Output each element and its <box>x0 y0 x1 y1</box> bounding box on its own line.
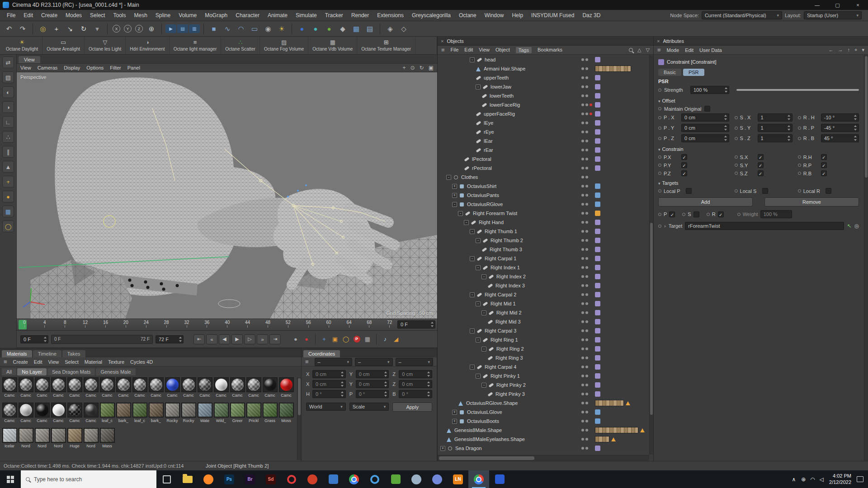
tree-row[interactable]: rEye <box>438 127 649 136</box>
network-icon[interactable]: ⊕ <box>801 476 806 483</box>
material-item[interactable]: Camc <box>66 377 83 403</box>
texture-thumbnails[interactable] <box>595 427 638 433</box>
material-item[interactable]: Camc <box>278 377 294 403</box>
menu-item[interactable]: Character <box>231 11 264 20</box>
material-item[interactable]: Camc <box>115 377 132 403</box>
tag-icon[interactable] <box>595 301 600 306</box>
expander-icon[interactable]: - <box>470 256 475 261</box>
expander-icon[interactable]: + <box>452 193 457 198</box>
material-item[interactable]: leaf_c <box>99 403 115 428</box>
tree-row[interactable]: OctaviusRGlove.Shape <box>438 399 649 408</box>
objects-hscrollbar[interactable] <box>438 455 649 461</box>
tree-row[interactable]: Right Index 3 <box>438 281 649 290</box>
texture-thumbnails[interactable] <box>595 400 624 406</box>
expander-icon[interactable]: - <box>470 365 475 370</box>
menu-item[interactable]: Daz 3D <box>578 11 604 20</box>
tag-icon[interactable] <box>595 183 600 189</box>
offset-section-header[interactable]: ▾Offset <box>658 98 859 103</box>
menu-item[interactable]: Tracker <box>321 11 347 20</box>
expander-icon[interactable]: - <box>464 220 469 225</box>
visibility-dots[interactable] <box>581 329 593 332</box>
size-field[interactable]: 0 cm <box>312 380 346 388</box>
local-checkbox[interactable] <box>826 188 831 194</box>
layout-select[interactable]: Startup (User)▾ <box>804 11 862 19</box>
menu-item[interactable]: File <box>3 11 19 20</box>
play-button[interactable]: ▶ <box>231 334 243 344</box>
objects-menu-item[interactable]: View <box>479 47 490 53</box>
tag-icon[interactable] <box>595 229 600 234</box>
material-item[interactable]: Nord <box>18 428 34 453</box>
tag-icon[interactable] <box>595 147 600 153</box>
materials-menu-item[interactable]: View <box>48 359 59 365</box>
objects-close-icon[interactable]: × <box>441 38 443 44</box>
material-item[interactable]: Camc <box>1 377 18 403</box>
visibility-dots[interactable] <box>581 140 593 142</box>
menu-item[interactable]: Greyscalegorilla <box>408 11 455 20</box>
axis-mode-icon[interactable]: + <box>2 176 14 188</box>
render-picture-viewer-icon[interactable]: ▤ <box>177 24 188 33</box>
record-button[interactable]: ● <box>291 334 301 344</box>
tree-row[interactable]: - Right Ring 1 <box>438 335 649 344</box>
expander-icon[interactable]: - <box>470 292 475 297</box>
visibility-dots[interactable] <box>581 311 593 314</box>
expander-icon[interactable]: - <box>470 229 475 234</box>
material-item[interactable]: Camc <box>229 377 245 403</box>
local-checkbox[interactable] <box>762 188 768 194</box>
constrain-checkbox[interactable] <box>681 154 687 160</box>
grid-snap-icon[interactable]: ▦ <box>350 23 363 35</box>
menu-item[interactable]: Spline <box>151 11 175 20</box>
coordinates-tab[interactable]: Coordinates <box>303 350 340 357</box>
current-frame-field[interactable]: 0 F <box>397 320 435 328</box>
more-icon[interactable]: ▾ <box>862 47 864 53</box>
menu-item[interactable]: Window <box>481 11 508 20</box>
green-app-button[interactable] <box>385 470 406 488</box>
visibility-dots[interactable] <box>581 420 593 422</box>
tag-icon[interactable] <box>595 337 600 343</box>
material-item[interactable]: Camc <box>18 403 34 428</box>
octane-fog-volume-icon[interactable]: ▨ Octane Fog Volume <box>260 37 308 54</box>
viewport-canvas[interactable]: Perspective Grid Spacing : 50 cm <box>17 72 437 319</box>
expander-icon[interactable]: + <box>452 184 457 189</box>
menu-item[interactable]: Volume <box>175 11 201 20</box>
attributes-menu-item[interactable]: Edit <box>685 47 693 53</box>
tree-row[interactable]: lPectoral <box>438 155 649 164</box>
visibility-dots[interactable] <box>581 375 593 377</box>
photoshop-button[interactable]: Ps <box>219 470 240 488</box>
points-mode-icon[interactable]: ∴ <box>2 131 14 143</box>
tag-icon[interactable] <box>595 418 600 424</box>
material-item[interactable]: Camc <box>34 377 50 403</box>
key-rotation-button[interactable]: ◯ <box>341 334 351 344</box>
tree-row[interactable]: Right Thumb 3 <box>438 245 649 254</box>
material-item[interactable]: Huge <box>66 428 83 453</box>
tree-row[interactable]: - Clothes <box>438 173 649 182</box>
material-item[interactable]: Camc <box>148 377 164 403</box>
position-field[interactable]: 0 cm <box>312 370 346 378</box>
hidden-icons-button[interactable]: ∧ <box>792 476 796 483</box>
expander-icon[interactable]: - <box>481 274 486 279</box>
goto-end-button[interactable]: ⇥ <box>269 334 281 344</box>
constrain-checkbox[interactable] <box>681 162 687 168</box>
wifi-icon[interactable]: ◠ <box>810 476 815 483</box>
rotate-tool-icon[interactable]: ↻ <box>77 23 90 35</box>
tag-icon[interactable] <box>595 202 600 207</box>
objects-scrollbar[interactable] <box>649 55 653 455</box>
materials-scrollbar[interactable] <box>297 377 301 460</box>
materials-menu-item[interactable]: Edit <box>34 359 42 365</box>
tree-row[interactable]: - Right Mid 2 <box>438 308 649 317</box>
chrome-button[interactable] <box>344 470 364 488</box>
objects-menu-item[interactable]: Bookmarks <box>538 47 562 53</box>
menu-item[interactable]: Modes <box>61 11 86 20</box>
tag-icon[interactable] <box>595 256 600 261</box>
tag-icon[interactable] <box>595 364 600 370</box>
scale-mode-select[interactable]: Scale▾ <box>349 403 389 411</box>
visibility-dots[interactable] <box>581 411 593 413</box>
visibility-dots[interactable] <box>581 131 593 133</box>
tag-icon[interactable] <box>595 93 600 99</box>
tag-icon[interactable] <box>595 102 600 108</box>
menu-item[interactable]: Animate <box>264 11 292 20</box>
material-item[interactable]: Camc <box>50 377 66 403</box>
material-item[interactable]: Camc <box>180 377 197 403</box>
tree-row[interactable]: + OctaviusLGlove <box>438 408 649 417</box>
visibility-dots[interactable] <box>581 203 593 206</box>
expander-icon[interactable]: + <box>452 419 457 424</box>
